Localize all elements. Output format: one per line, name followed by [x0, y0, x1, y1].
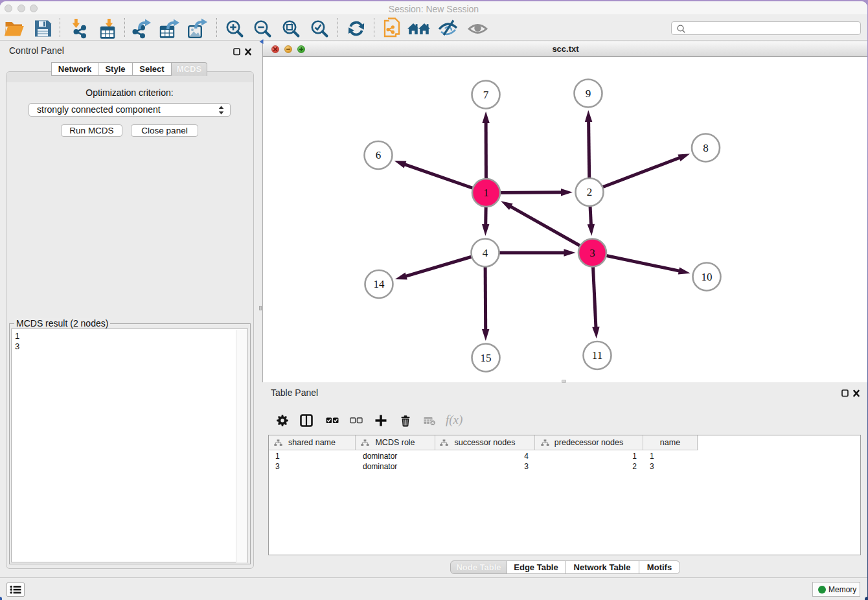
svg-text:6: 6 [376, 149, 382, 161]
svg-text:1: 1 [483, 187, 489, 199]
svg-text:9: 9 [586, 87, 591, 100]
svg-text:11: 11 [592, 349, 602, 362]
svg-text:15: 15 [481, 352, 492, 364]
svg-text:4: 4 [483, 247, 488, 259]
svg-text:2: 2 [587, 186, 593, 198]
svg-text:7: 7 [483, 89, 489, 101]
svg-text:8: 8 [703, 142, 709, 154]
svg-text:3: 3 [589, 247, 595, 259]
svg-text:10: 10 [702, 271, 713, 283]
svg-text:14: 14 [374, 278, 385, 290]
